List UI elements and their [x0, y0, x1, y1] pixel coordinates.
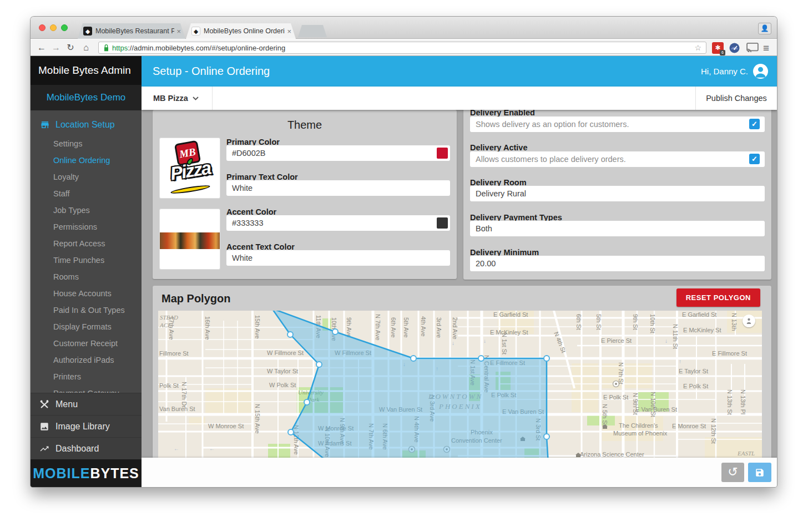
lastpass-extension-icon[interactable]: ✱6: [712, 42, 724, 54]
map-street-label: E Pierce St: [601, 337, 632, 344]
sidebar-item-image-library[interactable]: Image Library: [31, 415, 142, 437]
delivery-active-checkbox[interactable]: ✓: [749, 154, 760, 164]
sidebar-item-rooms[interactable]: Rooms: [31, 268, 142, 285]
map-road: [223, 321, 224, 414]
save-button[interactable]: [748, 463, 771, 482]
map-road: [599, 311, 602, 458]
undo-button[interactable]: ↺: [721, 463, 744, 482]
primary-color-swatch[interactable]: [437, 148, 448, 159]
reset-polygon-button[interactable]: RESET POLYGON: [676, 288, 760, 307]
sidebar-item-permissions[interactable]: Permissions: [31, 219, 142, 235]
sidebar-item-printers[interactable]: Printers: [31, 368, 142, 385]
primary-color-input[interactable]: #D6002B: [226, 145, 450, 161]
sidebar-item-time-punches[interactable]: Time Punches: [31, 252, 142, 268]
location-name: MB Pizza: [153, 94, 188, 103]
delivery-enabled-checkbox[interactable]: ✓: [749, 119, 760, 129]
mobilebytes-favicon-icon: ◈: [191, 27, 200, 36]
close-tab-icon[interactable]: ×: [176, 27, 181, 36]
field-description: Shows delivery as an option for customer…: [476, 120, 629, 129]
tab-restaurant-pos[interactable]: ◈ MobileBytes Restaurant PO ×: [78, 23, 185, 39]
cast-extension-icon[interactable]: [746, 42, 758, 54]
map-street-label: Van Buren St: [159, 406, 195, 412]
storefront-icon: [40, 120, 50, 130]
sidebar-item-label: Menu: [55, 399, 78, 409]
browser-profile-icon[interactable]: 👤: [758, 23, 771, 34]
map-street-label: E Garfield St: [682, 311, 716, 318]
sidebar-bottom-nav: Menu Image Library Dashboard: [31, 393, 142, 459]
delivery-area-map[interactable]: STEADACE17th Ave16th Ave15th AveN 15th A…: [158, 311, 762, 458]
bookmark-star-icon[interactable]: ☆: [694, 43, 701, 52]
primary-text-color-input[interactable]: White: [226, 180, 450, 196]
delivery-payment-types-input[interactable]: Both: [470, 221, 765, 236]
sidebar-item-online-ordering[interactable]: Online Ordering: [31, 152, 142, 169]
sidebar-item-menu[interactable]: Menu: [31, 393, 142, 415]
delivery-panel: Delivery Enabled Shows delivery as an op…: [463, 110, 771, 280]
map-road: [202, 311, 204, 458]
sidebar-item-dashboard[interactable]: Dashboard: [31, 437, 142, 459]
map-street-label: E Fillmore St: [712, 350, 747, 357]
map-road: [581, 311, 583, 458]
polygon-vertex-handle[interactable]: [411, 356, 416, 361]
map-street-label: N 5th St: [602, 404, 608, 426]
delivery-room-input[interactable]: Delivery Rural: [470, 186, 765, 201]
polygon-vertex-handle[interactable]: [288, 429, 294, 435]
account-name[interactable]: MobileBytes Demo: [31, 85, 142, 110]
sidebar-item-display-formats[interactable]: Display Formats: [31, 318, 142, 335]
new-tab-button[interactable]: [298, 25, 327, 37]
sidebar-item-authorized-ipads[interactable]: Authorized iPads: [31, 352, 142, 368]
polygon-vertex-handle[interactable]: [304, 399, 310, 405]
map-street-label: E McKinley St: [490, 329, 528, 336]
accent-text-color-input[interactable]: White: [226, 250, 450, 266]
user-avatar-icon[interactable]: [753, 64, 768, 79]
mb-logo-swoosh: [170, 184, 211, 195]
address-bar[interactable]: https://admin.mobilebytes.com/#/setup/on…: [98, 42, 706, 54]
sidebar-item-settings[interactable]: Settings: [31, 135, 142, 152]
sidebar-section-location-setup[interactable]: Location Setup: [31, 115, 142, 134]
polygon-vertex-handle[interactable]: [544, 356, 549, 361]
map-polygon-panel: Map Polygon RESET POLYGON STEADACE17th A…: [153, 286, 771, 458]
tab-online-ordering[interactable]: ◈ MobileBytes Online Orderin ×: [186, 23, 296, 39]
theme-banner-image[interactable]: [159, 209, 220, 270]
delivery-minimum-input[interactable]: 20.00: [470, 256, 765, 271]
sidebar-item-house-accounts[interactable]: House Accounts: [31, 285, 142, 302]
url-text: ://admin.mobilebytes.com/#/setup/online-…: [128, 44, 285, 52]
map-park: [268, 444, 290, 458]
polygon-vertex-handle[interactable]: [478, 356, 484, 361]
close-tab-icon[interactable]: ×: [287, 27, 291, 36]
back-button[interactable]: ←: [35, 41, 48, 54]
polygon-vertex-handle[interactable]: [287, 332, 293, 337]
page-header: Setup - Online Ordering Hi, Danny C.: [142, 56, 777, 87]
sidebar-item-report-access[interactable]: Report Access: [31, 235, 142, 252]
polygon-vertex-handle[interactable]: [544, 434, 549, 439]
map-control-icon[interactable]: [743, 315, 755, 327]
reload-button[interactable]: ↻: [64, 41, 77, 54]
theme-logo-image[interactable]: MB Pizza: [159, 138, 220, 199]
accent-color-swatch[interactable]: [437, 217, 448, 229]
close-window-button[interactable]: [39, 24, 46, 31]
map-street-label: W Taylor St: [267, 368, 298, 374]
browser-menu-icon[interactable]: ≡: [763, 43, 769, 53]
home-button[interactable]: ⌂: [79, 41, 93, 54]
polygon-vertex-handle[interactable]: [316, 362, 322, 367]
forward-button[interactable]: →: [49, 41, 63, 54]
map-street-label: 3rd Ave: [436, 317, 442, 338]
map-street-label: 9th St: [632, 314, 639, 330]
publish-changes-button[interactable]: Publish Changes: [695, 87, 777, 110]
sidebar-item-loyalty[interactable]: Loyalty: [31, 169, 142, 185]
map-district: [205, 388, 252, 413]
minimize-window-button[interactable]: [50, 24, 57, 31]
polygon-vertex-handle[interactable]: [332, 329, 338, 335]
zoom-window-button[interactable]: [61, 24, 68, 31]
map-street-label: Polk St: [159, 382, 179, 389]
accent-color-input[interactable]: #333333: [226, 215, 450, 231]
map-street-label: Arizona Science Center: [580, 451, 644, 458]
one-way-arrow: ↓: [665, 338, 668, 344]
field-description: Allows customers to place delivery order…: [476, 155, 626, 164]
sidebar-item-customer-receipt[interactable]: Customer Receipt: [31, 335, 142, 352]
sidebar-item-staff[interactable]: Staff: [31, 185, 142, 202]
location-selector[interactable]: MB Pizza: [142, 87, 213, 110]
sidebar-item-job-types[interactable]: Job Types: [31, 202, 142, 219]
delivery-enabled-row: Shows delivery as an option for customer…: [470, 116, 765, 132]
sidebar-item-paid-in-out-types[interactable]: Paid In & Out Types: [31, 302, 142, 318]
gauge-extension-icon[interactable]: [729, 42, 740, 54]
